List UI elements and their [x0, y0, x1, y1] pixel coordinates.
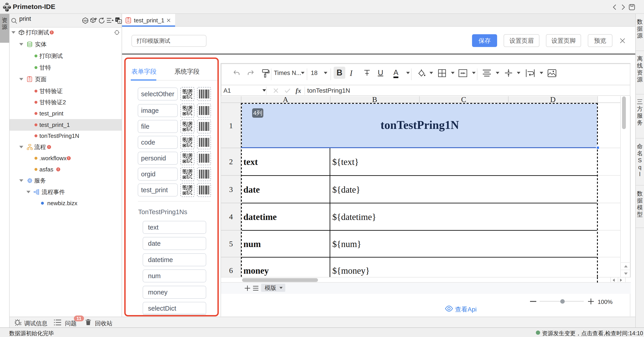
svg-text:文: 文 — [118, 20, 121, 23]
svg-text:AI: AI — [84, 19, 87, 22]
